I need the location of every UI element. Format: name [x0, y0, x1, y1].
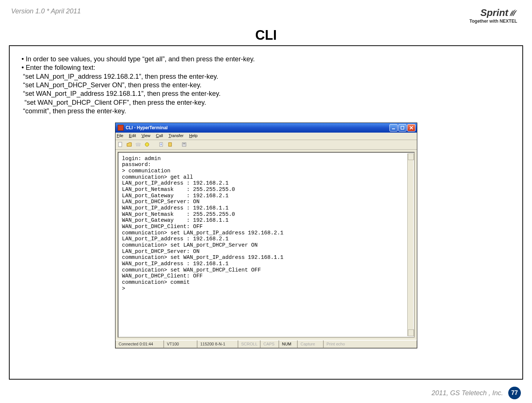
window-titlebar[interactable]: CLI - HyperTerminal: [115, 123, 417, 133]
menu-transfer[interactable]: Transfer: [169, 133, 184, 138]
brand-block: Sprint Together with NEXTEL: [470, 7, 517, 24]
svg-rect-7: [183, 143, 185, 144]
status-caps: CAPS: [260, 340, 279, 348]
instruction-cmd-2: “set LAN_port_DHCP_Server ON”, then pres…: [22, 81, 510, 90]
phone-icon[interactable]: ☎: [135, 141, 141, 148]
status-connected: Connected 0:01:44: [115, 340, 164, 348]
open-icon[interactable]: [126, 141, 133, 148]
page-header: Version 1.0 * April 2011 Sprint Together…: [0, 0, 532, 26]
menu-bar: File Edit View Call Transfer Help: [115, 133, 417, 140]
hangup-icon[interactable]: [144, 141, 150, 148]
page-footer: 2011, GS Teletech , Inc. 77: [432, 387, 521, 399]
hyperterminal-window: CLI - HyperTerminal File Edit View Call …: [115, 123, 417, 348]
window-title: CLI - HyperTerminal: [126, 125, 389, 130]
menu-view[interactable]: View: [141, 133, 150, 138]
instruction-bullet-2: • Enter the following text:: [22, 64, 510, 72]
menu-file[interactable]: File: [117, 133, 124, 138]
brand-name: Sprint: [480, 7, 508, 18]
terminal-wrap: login: admin password: > communication c…: [115, 150, 417, 340]
status-printecho: Print echo: [323, 340, 417, 348]
slide-body: • In order to see values, you should typ…: [9, 45, 523, 380]
close-button[interactable]: [407, 124, 415, 131]
app-icon: [118, 125, 124, 131]
copyright-text: 2011, GS Teletech , Inc.: [432, 389, 503, 397]
instructions-block: • In order to see values, you should typ…: [22, 55, 510, 116]
new-icon[interactable]: [117, 141, 124, 148]
send-icon[interactable]: [158, 141, 164, 148]
scrollbar-vertical[interactable]: [407, 153, 413, 336]
minimize-button[interactable]: [389, 124, 398, 131]
status-scroll: SCROLL: [238, 340, 260, 348]
menu-edit[interactable]: Edit: [129, 133, 136, 138]
maximize-button[interactable]: [398, 124, 407, 131]
instruction-cmd-4: “set WAN_port_DHCP_Client OFF”, then pre…: [22, 98, 510, 107]
receive-icon[interactable]: [167, 141, 173, 148]
page-number-badge: 77: [508, 387, 521, 399]
terminal-output[interactable]: login: admin password: > communication c…: [118, 152, 415, 338]
instruction-cmd-1: “set LAN_port_IP_address 192.168.2.1”, t…: [22, 72, 510, 81]
instruction-cmd-5: “commit”, then press the enter-key.: [22, 107, 510, 116]
status-num: NUM: [279, 340, 297, 348]
brand-tagline: Together with NEXTEL: [470, 19, 517, 24]
svg-rect-5: [169, 143, 172, 146]
svg-rect-2: [118, 142, 122, 147]
version-text: Version 1.0 * April 2011: [11, 7, 81, 15]
svg-rect-1: [401, 126, 404, 129]
status-bar: Connected 0:01:44 VT100 115200 8-N-1 SCR…: [115, 340, 417, 348]
status-settings: 115200 8-N-1: [197, 340, 238, 348]
toolbar: ☎: [115, 140, 417, 150]
svg-point-3: [145, 143, 149, 146]
brand-fan-icon: [509, 8, 517, 19]
svg-rect-0: [392, 129, 395, 129]
status-emulation: VT100: [164, 340, 197, 348]
properties-icon[interactable]: [181, 141, 187, 148]
instruction-bullet-1: • In order to see values, you should typ…: [22, 55, 510, 64]
svg-rect-6: [182, 143, 186, 146]
status-capture: Capture: [297, 340, 323, 348]
slide-title: CLI: [0, 27, 532, 43]
menu-call[interactable]: Call: [156, 133, 163, 138]
instruction-cmd-3: “set WAN_port_IP_address 192.168.1.1”, t…: [22, 90, 510, 98]
menu-help[interactable]: Help: [189, 133, 198, 138]
